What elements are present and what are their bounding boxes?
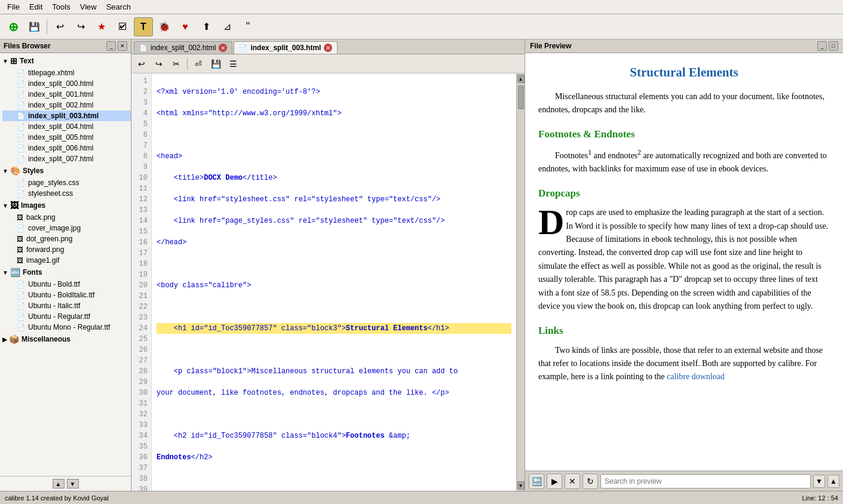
preview-forward-button[interactable]: ▶ [547, 474, 562, 489]
search-down-arrow[interactable]: ▼ [813, 475, 825, 488]
menu-edit[interactable]: Edit [24, 1, 47, 13]
code-area: 1234567891011121314151617181920212223242… [131, 73, 525, 491]
tree-item-index006[interactable]: 📄 index_split_006.html [2, 143, 131, 153]
editor-save-file[interactable]: 💾 [208, 57, 223, 71]
tree-item-page-styles[interactable]: 📄 page_styles.css [2, 177, 131, 188]
tree-item-index007[interactable]: 📄 index_split_007.html [2, 153, 131, 164]
editor-wrap[interactable]: ⏎ [191, 57, 206, 71]
editor-toggle-lines[interactable]: ☰ [225, 57, 241, 71]
preview-back-button[interactable]: 🔙 [529, 474, 544, 489]
tree-group-text-header[interactable]: ▼ ⊞ Text [0, 54, 131, 67]
status-left: calibre 1.14 created by Kovid Goyal [5, 494, 109, 502]
fonts-group-label: Fonts [23, 268, 42, 276]
file-icon: 📄 [17, 80, 25, 88]
settings-button[interactable]: ⊿ [217, 17, 237, 36]
code-line-8: </head> [157, 237, 511, 248]
tree-group-styles-header[interactable]: ▼ 🎨 Styles [0, 164, 131, 177]
quote-button[interactable]: " [238, 17, 258, 36]
bug-button[interactable]: 🐞 [155, 17, 174, 36]
text-group-items: 📄 titlepage.xhtml 📄 index_split_000.html… [0, 67, 131, 164]
tree-item-titlepage[interactable]: 📄 titlepage.xhtml [2, 67, 131, 78]
files-browser-title: Files Browser [4, 42, 51, 50]
tree-item-stylesheet[interactable]: 📄 stylesheet.css [2, 188, 131, 199]
tree-item-index001[interactable]: 📄 index_split_001.html [2, 89, 131, 100]
tab-index002[interactable]: 📄 index_split_002.html ✕ [134, 41, 232, 54]
tree-item-index002[interactable]: 📄 index_split_002.html [2, 100, 131, 110]
tree-item-ubuntu-italic[interactable]: 📄 Ubuntu - Italic.ttf [2, 300, 131, 311]
editor-scrollbar[interactable]: ▲ ▼ [516, 73, 525, 491]
tree-item-index000[interactable]: 📄 index_split_000.html [2, 78, 131, 89]
text-group-label: Text [20, 57, 34, 65]
undo-button[interactable]: ↩ [50, 17, 69, 36]
tree-item-image1-gif[interactable]: 🖼 image1.gif [2, 255, 131, 266]
preview-minimize[interactable]: _ [817, 41, 827, 51]
editor-redo[interactable]: ↪ [151, 57, 167, 71]
tree-item-ubuntu-regular[interactable]: 📄 Ubuntu - Regular.ttf [2, 311, 131, 322]
search-preview-input[interactable] [605, 477, 807, 485]
tab-close-index002[interactable]: ✕ [219, 44, 227, 52]
filename-index005: index_split_005.html [28, 133, 93, 142]
tree-group-images-header[interactable]: ▼ 🖼 Images [0, 199, 131, 212]
tree-item-ubuntu-bold[interactable]: 📄 Ubuntu - Bold.ttf [2, 279, 131, 290]
file-icon-cover: 📄 [17, 225, 25, 232]
filename-dot-green: dot_green.png [26, 235, 72, 243]
tab-label-index002: index_split_002.html [151, 44, 216, 52]
tree-group-fonts-header[interactable]: ▼ 🔤 Fonts [0, 266, 131, 279]
code-line-17: <h2 id="id_Toc359077858" class="block4">… [157, 431, 511, 441]
tree-item-cover-image[interactable]: 📄 cover_image.jpg [2, 223, 131, 233]
new-book-button[interactable]: ⊕ [4, 17, 23, 36]
filename-index002: index_split_002.html [28, 101, 93, 109]
tree-item-ubuntu-bolditalic[interactable]: 📄 Ubuntu - BoldItalic.ttf [2, 290, 131, 300]
fb-minimize-button[interactable]: _ [106, 41, 116, 51]
tree-item-dot-green[interactable]: 🖼 dot_green.png [2, 233, 131, 244]
editor-undo[interactable]: ↩ [134, 57, 149, 71]
menu-tools[interactable]: Tools [47, 1, 75, 13]
images-group-icon: 🖼 [10, 201, 19, 210]
tab-close-index003[interactable]: ✕ [324, 44, 332, 52]
fonts-group-items: 📄 Ubuntu - Bold.ttf 📄 Ubuntu - BoldItali… [0, 279, 131, 333]
tree-item-back-png[interactable]: 🖼 back.png [2, 212, 131, 223]
tree-item-index003[interactable]: 📄 index_split_003.html [2, 110, 131, 121]
preview-toolbar: 🔙 ▶ ✕ ↻ ▼ ▲ [525, 471, 843, 491]
file-icon: 📄 [17, 145, 25, 152]
fb-scroll-down[interactable]: ▼ [67, 479, 79, 488]
preview-maximize[interactable]: □ [829, 41, 838, 51]
filename-image1-gif: image1.gif [26, 256, 59, 265]
redo-button[interactable]: ↪ [71, 17, 90, 36]
filename-ubuntu-regular: Ubuntu - Regular.ttf [28, 312, 90, 321]
editor-tab-bar: 📄 index_split_002.html ✕ 📄 index_split_0… [131, 39, 525, 54]
tree-item-index004[interactable]: 📄 index_split_004.html [2, 121, 131, 132]
code-line-15: your document, like footnotes, endnotes,… [157, 388, 511, 398]
code-content[interactable]: <?xml version='1.0' encoding='utf-8'?> <… [152, 73, 516, 491]
tree-item-forward-png[interactable]: 🖼 forward.png [2, 244, 131, 255]
preview-refresh-button[interactable]: ↻ [583, 474, 598, 489]
bookmark-button[interactable]: ★ [92, 17, 111, 36]
code-line-11 [157, 302, 511, 312]
menu-search[interactable]: Search [102, 1, 136, 13]
text-tool-button[interactable]: T [134, 17, 153, 36]
file-icon: 🖼 [17, 246, 23, 253]
tree-item-ubuntu-mono[interactable]: 📄 Ubuntu Mono - Regular.ttf [2, 322, 131, 333]
tab-index003[interactable]: 📄 index_split_003.html ✕ [234, 41, 338, 54]
tree-item-index005[interactable]: 📄 index_split_005.html [2, 132, 131, 143]
search-up-arrow[interactable]: ▲ [827, 475, 839, 488]
file-icon: 📄 [17, 190, 25, 198]
preview-intro-para: Miscellaneous structural elements you ca… [538, 90, 830, 117]
file-icon: 📄 [17, 155, 25, 163]
code-line-14: <p class="block1">Miscellaneous structur… [157, 366, 511, 377]
fb-scroll-up[interactable]: ▲ [53, 479, 65, 488]
arrow-button[interactable]: ⬆ [197, 17, 216, 36]
preview-stop-button[interactable]: ✕ [565, 474, 580, 489]
files-browser-panel: Files Browser _ ✕ ▼ ⊞ Text 📄 titlepage.x… [0, 39, 131, 491]
fb-close-button[interactable]: ✕ [118, 41, 127, 51]
save-button[interactable]: 💾 [24, 17, 44, 36]
menu-file[interactable]: File [2, 1, 24, 13]
tree-group-misc-header[interactable]: ▶ 📦 Miscellaneous [0, 333, 131, 346]
filename-titlepage: titlepage.xhtml [28, 69, 74, 77]
menu-view[interactable]: View [75, 1, 102, 13]
preview-footnotes-heading: Footnotes & Endnotes [538, 126, 830, 142]
check-button[interactable]: 🗹 [113, 17, 132, 36]
editor-cut[interactable]: ✂ [168, 57, 184, 71]
heart-button[interactable]: ♥ [176, 17, 195, 36]
misc-group-icon: 📦 [9, 334, 19, 344]
